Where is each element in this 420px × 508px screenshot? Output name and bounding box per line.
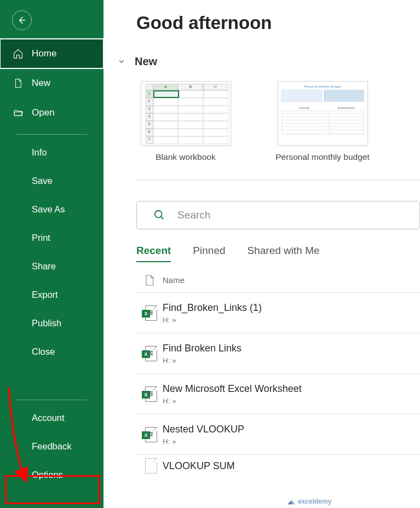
file-path: H: » — [163, 437, 244, 446]
sidebar-item-share[interactable]: Share — [0, 252, 103, 280]
search-box[interactable] — [136, 201, 420, 229]
template-gallery: ABC 1 2 3 4 5 6 7 Blank workbook Persona… — [136, 81, 420, 162]
file-row[interactable]: X Find Broken LinksH: » — [136, 333, 420, 374]
section-divider — [136, 180, 420, 180]
template-label: Personal monthly budget — [273, 152, 372, 162]
chevron-down-icon — [117, 57, 127, 67]
backstage-main: Good afternoon New ABC 1 2 3 4 5 6 7 Bla… — [103, 0, 420, 508]
tab-shared-with-me[interactable]: Shared with Me — [248, 245, 320, 262]
template-thumb-budget: Personal Monthly Budget Housing — [278, 81, 368, 146]
svg-point-0 — [155, 211, 162, 218]
sidebar-item-info[interactable]: Info — [0, 138, 103, 166]
open-folder-icon — [12, 107, 24, 119]
home-icon — [12, 48, 24, 60]
file-path: H: » — [163, 356, 241, 365]
backstage-sidebar: Home New Open Info Save Save As Print Sh… — [0, 0, 103, 508]
file-name: Nested VLOOKUP — [163, 424, 244, 435]
sidebar-divider — [16, 400, 87, 400]
sidebar-item-home[interactable]: Home — [0, 39, 103, 68]
template-thumb-blank: ABC 1 2 3 4 5 6 7 — [141, 81, 231, 146]
template-label: Blank workbook — [136, 152, 235, 162]
sidebar-item-export[interactable]: Export — [0, 280, 103, 309]
template-monthly-budget[interactable]: Personal Monthly Budget Housing — [273, 81, 372, 162]
excel-file-icon: X — [142, 427, 157, 442]
annotation-highlight-options — [5, 475, 100, 504]
sidebar-item-account[interactable]: Account — [0, 403, 103, 432]
excel-file-icon — [142, 458, 157, 474]
sidebar-item-new[interactable]: New — [0, 68, 103, 98]
template-blank-workbook[interactable]: ABC 1 2 3 4 5 6 7 Blank workbook — [136, 81, 235, 162]
sidebar-item-open[interactable]: Open — [0, 98, 103, 128]
back-arrow-icon — [17, 15, 27, 25]
file-list-header-name: Name — [163, 275, 185, 285]
sidebar-divider — [16, 134, 87, 135]
back-button[interactable] — [12, 10, 32, 30]
file-icon — [145, 274, 154, 286]
file-row[interactable]: X Find_Broken_Links (1)H: » — [136, 293, 420, 333]
file-row[interactable]: X New Microsoft Excel WorksheetH: » — [136, 374, 420, 414]
recent-file-list: Name X Find_Broken_Links (1)H: » X Find … — [136, 268, 420, 477]
file-name: VLOOKUP SUM — [163, 460, 235, 472]
section-new-label: New — [135, 55, 157, 68]
file-path: H: » — [163, 397, 302, 405]
sidebar-label-open: Open — [32, 107, 55, 118]
recent-tabs: Recent Pinned Shared with Me — [136, 245, 420, 262]
file-list-header: Name — [136, 268, 420, 293]
new-file-icon — [12, 77, 24, 89]
excel-file-icon: X — [142, 386, 157, 402]
file-row[interactable]: VLOOKUP SUM — [136, 455, 420, 477]
sidebar-label-new: New — [32, 78, 50, 89]
search-icon — [153, 209, 165, 221]
file-row[interactable]: X Nested VLOOKUPH: » — [136, 414, 420, 455]
sidebar-item-save[interactable]: Save — [0, 166, 103, 195]
file-path: H: » — [163, 316, 262, 324]
file-name: New Microsoft Excel Worksheet — [163, 383, 302, 395]
sidebar-item-save-as[interactable]: Save As — [0, 195, 103, 223]
sidebar-item-close[interactable]: Close — [0, 337, 103, 366]
sidebar-item-feedback[interactable]: Feedback — [0, 432, 103, 460]
file-name: Find_Broken_Links (1) — [163, 302, 262, 314]
greeting-title: Good afternoon — [136, 13, 420, 33]
sidebar-label-home: Home — [32, 48, 56, 59]
watermark: exceldemy — [287, 498, 331, 505]
section-new-toggle[interactable]: New — [117, 55, 420, 68]
excel-file-icon: X — [142, 305, 157, 321]
tab-pinned[interactable]: Pinned — [193, 245, 225, 262]
search-input[interactable] — [177, 209, 364, 221]
sidebar-item-publish[interactable]: Publish — [0, 309, 103, 337]
sidebar-item-print[interactable]: Print — [0, 223, 103, 252]
file-name: Find Broken Links — [163, 343, 241, 354]
tab-recent[interactable]: Recent — [136, 245, 171, 262]
excel-file-icon: X — [142, 346, 157, 361]
